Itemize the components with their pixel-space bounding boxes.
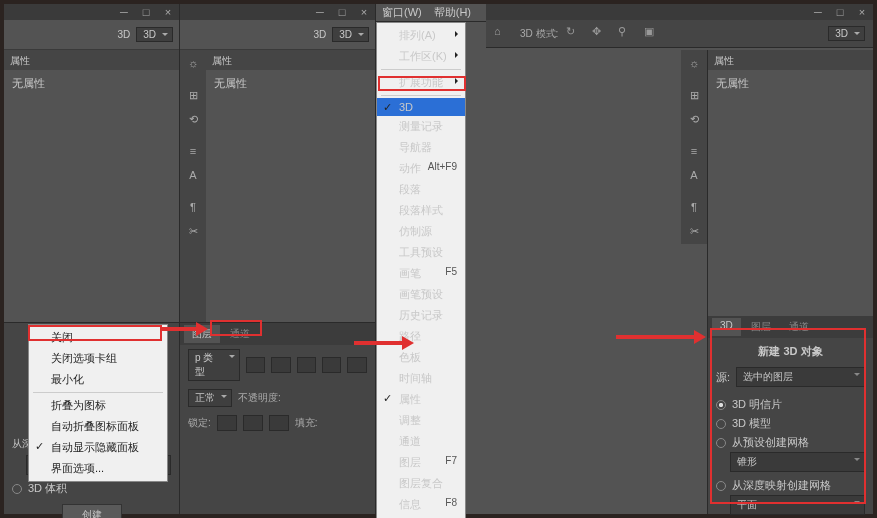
window-menu-item[interactable]: 画笔F5 <box>377 263 465 284</box>
window-menu-item[interactable]: 工具预设 <box>377 242 465 263</box>
radio-model[interactable]: 3D 模型 <box>708 414 873 433</box>
preset-dropdown[interactable]: 锥形 <box>730 452 865 472</box>
minimize-button[interactable]: ─ <box>113 5 135 19</box>
filter-icon[interactable] <box>271 357 290 373</box>
label-3d: 3D <box>313 29 326 40</box>
window-menu-item[interactable]: 调整 <box>377 410 465 431</box>
tab-channels[interactable]: 通道 <box>222 325 258 343</box>
tool-icon[interactable]: ✂ <box>182 220 204 242</box>
tool-icon[interactable]: A <box>683 164 705 186</box>
tool-icon[interactable]: ⟲ <box>683 108 705 130</box>
window-menu-item[interactable]: 信息F8 <box>377 494 465 515</box>
depth-dropdown[interactable]: 平面 <box>730 495 865 515</box>
properties-body: 无属性 <box>206 70 375 97</box>
workspace-dropdown[interactable]: 3D <box>828 26 865 41</box>
window-menu-item[interactable]: 色板 <box>377 347 465 368</box>
close-button[interactable]: × <box>157 5 179 19</box>
lock-icon[interactable] <box>269 415 289 431</box>
window-menu-item[interactable]: 扩展功能 <box>377 72 465 93</box>
tool-icon[interactable]: ⊞ <box>683 84 705 106</box>
filter-icon[interactable] <box>347 357 366 373</box>
context-menu-item[interactable]: 最小化 <box>29 369 167 390</box>
source-label: 源: <box>716 370 730 385</box>
tool-icon[interactable]: ⟲ <box>182 108 204 130</box>
window-menu: 排列(A)工作区(K)扩展功能3D测量记录导航器动作Alt+F9段落段落样式仿制… <box>376 22 466 518</box>
window-menu-item[interactable]: 段落样式 <box>377 200 465 221</box>
opacity-label: 不透明度: <box>238 391 281 405</box>
zoom-icon[interactable]: ⚲ <box>618 25 636 43</box>
filter-icon[interactable] <box>322 357 341 373</box>
close-button[interactable]: × <box>851 5 873 19</box>
lock-icon[interactable] <box>243 415 263 431</box>
maximize-button[interactable]: □ <box>331 5 353 19</box>
lock-label: 锁定: <box>188 416 211 430</box>
tool-icon[interactable]: ☼ <box>683 52 705 74</box>
tool-icon[interactable]: ⊞ <box>182 84 204 106</box>
camera-icon[interactable]: ▣ <box>644 25 662 43</box>
window-menu-item[interactable]: 时间轴 <box>377 368 465 389</box>
tab-layers[interactable]: 图层 <box>184 325 220 343</box>
context-menu-item[interactable]: 关闭 <box>29 327 167 348</box>
minimize-button[interactable]: ─ <box>807 5 829 19</box>
maximize-button[interactable]: □ <box>135 5 157 19</box>
window-menu-item[interactable]: 段落 <box>377 179 465 200</box>
maximize-button[interactable]: □ <box>829 5 851 19</box>
radio-depth-mesh[interactable]: 从深度映射创建网格 <box>708 476 873 495</box>
blend-mode-dropdown[interactable]: 正常 <box>188 389 232 407</box>
pan-icon[interactable]: ✥ <box>592 25 610 43</box>
properties-header: 属性 <box>4 50 179 70</box>
tool-icon[interactable]: ≡ <box>683 140 705 162</box>
source-dropdown[interactable]: 选中的图层 <box>736 367 865 387</box>
3d-mode-label: 3D 模式: <box>520 27 558 41</box>
radio-postcard[interactable]: 3D 明信片 <box>708 395 873 414</box>
window-menu-item[interactable]: 通道 <box>377 431 465 452</box>
properties-header: 属性 <box>708 50 873 70</box>
context-menu-item[interactable]: 自动显示隐藏面板 <box>29 437 167 458</box>
close-button[interactable]: × <box>353 5 375 19</box>
window-menu-item[interactable]: 属性 <box>377 389 465 410</box>
tool-icon[interactable]: ≡ <box>182 140 204 162</box>
tool-icon[interactable]: A <box>182 164 204 186</box>
tab-channels[interactable]: 通道 <box>781 318 817 336</box>
window-menu-item[interactable]: 仿制源 <box>377 221 465 242</box>
kind-dropdown[interactable]: p 类型 <box>188 349 240 381</box>
tool-icon[interactable]: ✂ <box>683 220 705 242</box>
minimize-button[interactable]: ─ <box>309 5 331 19</box>
tab-layers[interactable]: 图层 <box>743 318 779 336</box>
window-menu-item[interactable]: 工作区(K) <box>377 46 465 67</box>
menu-window[interactable]: 窗口(W) <box>382 5 422 20</box>
tool-icon[interactable]: ¶ <box>683 196 705 218</box>
tool-icon[interactable]: ¶ <box>182 196 204 218</box>
lock-icon[interactable] <box>217 415 237 431</box>
window-menu-item[interactable]: 动作Alt+F9 <box>377 158 465 179</box>
tool-icon[interactable]: ☼ <box>182 52 204 74</box>
properties-header: 属性 <box>206 50 375 70</box>
properties-body: 无属性 <box>708 70 873 97</box>
properties-body: 无属性 <box>4 70 179 97</box>
home-icon[interactable]: ⌂ <box>494 25 512 43</box>
radio-preset-mesh[interactable]: 从预设创建网格 <box>708 433 873 452</box>
fill-label: 填充: <box>295 416 318 430</box>
create-button[interactable]: 创建 <box>62 504 122 518</box>
panel-context-menu: 关闭关闭选项卡组最小化折叠为图标自动折叠图标面板自动显示隐藏面板界面选项... <box>28 324 168 482</box>
context-menu-item[interactable]: 折叠为图标 <box>29 395 167 416</box>
menu-help[interactable]: 帮助(H) <box>434 5 471 20</box>
3d-dropdown[interactable]: 3D <box>136 27 173 42</box>
3d-dropdown[interactable]: 3D <box>332 27 369 42</box>
window-menu-item[interactable]: 图层复合 <box>377 473 465 494</box>
context-menu-item[interactable]: 自动折叠图标面板 <box>29 416 167 437</box>
window-menu-item[interactable]: 历史记录 <box>377 305 465 326</box>
window-menu-item[interactable]: 路径 <box>377 326 465 347</box>
window-menu-item[interactable]: 画笔预设 <box>377 284 465 305</box>
window-menu-item[interactable]: 测量记录 <box>377 116 465 137</box>
window-menu-item[interactable]: 图层F7 <box>377 452 465 473</box>
orbit-icon[interactable]: ↻ <box>566 25 584 43</box>
window-menu-item[interactable]: 3D <box>377 98 465 116</box>
tab-3d[interactable]: 3D <box>712 318 741 336</box>
window-menu-item[interactable]: 排列(A) <box>377 25 465 46</box>
context-menu-item[interactable]: 界面选项... <box>29 458 167 479</box>
window-menu-item[interactable]: 导航器 <box>377 137 465 158</box>
filter-icon[interactable] <box>297 357 316 373</box>
context-menu-item[interactable]: 关闭选项卡组 <box>29 348 167 369</box>
filter-icon[interactable] <box>246 357 265 373</box>
